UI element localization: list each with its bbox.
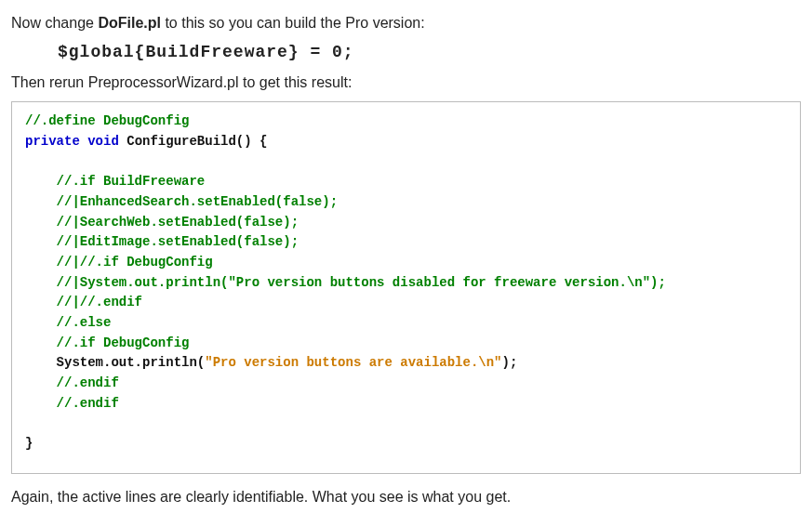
code-line: //.else	[57, 315, 112, 330]
code-line: //.endif	[57, 396, 119, 411]
function-signature: ConfigureBuild() {	[119, 134, 268, 149]
closing-paragraph: Again, the active lines are clearly iden…	[11, 487, 801, 507]
intro-paragraph-1: Now change DoFile.pl to this so you can …	[11, 13, 801, 33]
code-line: //|EnhancedSearch.setEnabled(false);	[57, 194, 338, 209]
keyword-void: void	[87, 134, 119, 149]
code-line: //.define DebugConfig	[25, 113, 189, 128]
text: to this so you can build the Pro version…	[161, 15, 425, 31]
filename-bold: DoFile.pl	[98, 15, 161, 31]
code-line: //|System.out.println("Pro version butto…	[57, 275, 666, 290]
text: Now change	[11, 15, 98, 31]
code-line: //.if DebugConfig	[57, 335, 190, 350]
keyword-private: private	[25, 134, 80, 149]
code-line: //|//.if DebugConfig	[57, 255, 213, 270]
code-active-call-pre: System.out.println(	[57, 355, 206, 370]
code-line: //|SearchWeb.setEnabled(false);	[57, 215, 299, 230]
code-string-literal: "Pro version buttons are available.\n"	[205, 355, 501, 370]
inline-code-snippet: $global{BuildFreeware} = 0;	[58, 43, 801, 61]
code-block: //.define DebugConfig private void Confi…	[11, 101, 801, 474]
code-line: //.endif	[57, 375, 119, 390]
code-line: //|EditImage.setEnabled(false);	[57, 234, 299, 249]
code-close-brace: }	[25, 436, 33, 451]
code-line: //.if BuildFreeware	[57, 174, 206, 189]
code-active-call-post: );	[502, 355, 518, 370]
intro-paragraph-2: Then rerun PreprocessorWizard.pl to get …	[11, 72, 801, 93]
code-line: //|//.endif	[57, 295, 142, 309]
